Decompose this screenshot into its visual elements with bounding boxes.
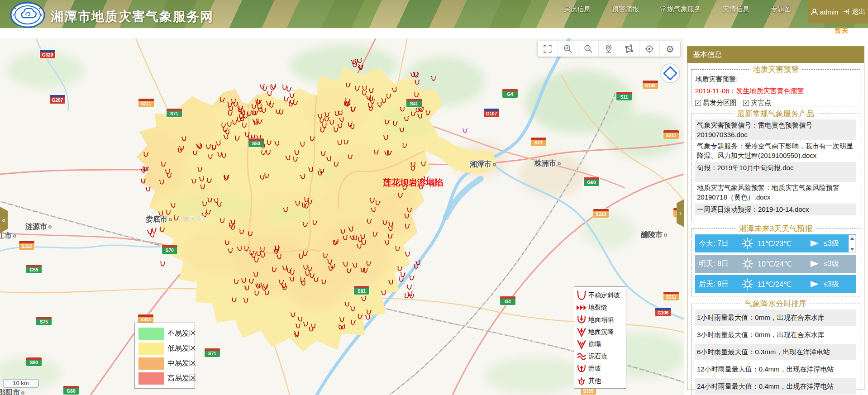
layer-checkboxes: 易发分区图 灾害点 (695, 99, 856, 107)
warning-alert[interactable]: 2019-11-06：发生地质灾害黄色预警 (695, 87, 856, 95)
forecast-row: 后天: 9日11℃/24℃≤3级 (695, 275, 856, 293)
other-icon (576, 376, 587, 386)
scrollbar[interactable] (849, 235, 856, 253)
sidebar-header: 基本信息 (687, 47, 864, 63)
risk-legend-label: 低易发区 (167, 344, 196, 353)
disaster-legend-label: 地裂缝 (588, 304, 607, 312)
scroll-down-icon[interactable] (850, 248, 854, 251)
sunny-icon (742, 238, 754, 249)
risk-legend-label: 中易发区 (167, 359, 196, 368)
road-sign: S211 (663, 292, 679, 300)
disaster-legend-row: 不稳定斜坡 (576, 289, 624, 301)
disaster-legend-label: 地面塌陷 (588, 316, 614, 324)
user-icon (811, 8, 818, 16)
unstable-slope-icon (576, 290, 587, 301)
disaster-legend-label: 其他 (588, 377, 601, 385)
risk-legend-label: 不易发区 (167, 329, 196, 338)
disaster-legend-label: 滑坡 (588, 365, 601, 373)
sunny-icon (742, 278, 754, 290)
debris-flow-icon (576, 351, 587, 362)
road-sign: S211 (663, 130, 679, 139)
disaster-legend-row: 地裂缝 (576, 301, 624, 314)
risk-color-swatch (138, 343, 164, 355)
product-link[interactable]: 地质灾害气象风险预警：地质灾害气象风险预警20190718（黄色）.docx (695, 182, 856, 204)
products-panel: 最新常规气象服务产品 气象灾害预警信号：雷电黄色预警信号2019070336.d… (691, 114, 860, 221)
road-sign: S311 (138, 99, 154, 107)
locate-icon[interactable] (639, 41, 660, 57)
city-dot (169, 218, 172, 221)
city-dot (558, 162, 561, 165)
forecast-day: 后天: 9日 (699, 280, 738, 289)
disaster-legend-label: 地面沉降 (588, 328, 614, 336)
site-logo (9, 2, 46, 28)
polygon-select-icon[interactable] (619, 41, 639, 57)
rain-rank-row: 12小时雨量最大值：0.4mm，出现在洋潭电站 (695, 361, 856, 377)
road-sign: G4 (500, 296, 515, 305)
collapse-icon (576, 339, 587, 350)
water-label: 水府庙水库 (177, 215, 205, 223)
road-sign: S50 (248, 138, 264, 147)
city-label: 江市 (0, 231, 16, 241)
risk-legend: 不易发区低易发区中易发区高易发区 (134, 323, 195, 389)
checkbox-risk-zone[interactable] (695, 100, 701, 106)
forecast-panel: 湘潭未来3天天气预报 今天: 7日11℃/23℃≤3级明天: 8日10℃/24℃… (691, 228, 860, 296)
map-canvas[interactable]: 莲花坝岩溶塌陷 ⚙ « › 不易发区低易发区中易发区高易发区 不稳定斜坡地裂缝地… (0, 38, 684, 395)
product-link[interactable]: 气象灾害预警信号：雷电黄色预警信号2019070336.doc (695, 119, 856, 140)
products-panel-title: 最新常规气象服务产品 (734, 109, 817, 119)
risk-color-swatch (138, 328, 164, 340)
warning-label: 地质灾害预警: (695, 75, 856, 84)
zoom-out-icon[interactable] (578, 41, 599, 57)
nav-item[interactable]: 实况信息 (563, 5, 591, 14)
city-dot (13, 234, 16, 238)
road-sign: G107 (484, 109, 499, 117)
rain-rank-row: 24小时雨量最大值：0.4mm，出现在洋潭电站 (695, 378, 856, 395)
nav-item[interactable]: 灾情信息 (722, 5, 749, 14)
product-link[interactable]: 旬报：2019年10月中旬旬报.doc (695, 162, 856, 182)
product-link[interactable]: 气象专题服务：受冷空气南下影响，我市有一次明显降温、风力加大过程(2019100… (695, 140, 856, 162)
road-sign: G55 (26, 265, 42, 273)
nav-item[interactable]: 预警预报 (612, 5, 639, 14)
logout-button[interactable]: 退出 (852, 8, 865, 16)
city-dot (21, 391, 24, 395)
forecast-wind: ≤3级 (824, 239, 839, 248)
app-root: 湘潭市地质灾害气象服务网 实况信息预警预报常规气象服务灾情信息专题图 admin… (0, 0, 868, 395)
forecast-row: 今天: 7日11℃/23℃≤3级 (695, 234, 856, 252)
disaster-legend-row: 崩塌 (576, 338, 624, 350)
logout-icon (843, 8, 850, 15)
disaster-legend-row: 泥石流 (576, 350, 624, 362)
ground-fissure-icon (576, 302, 587, 313)
checkbox-disaster-points[interactable] (743, 100, 749, 106)
wind-icon (810, 280, 820, 288)
road-sign: S11 (616, 92, 632, 100)
landslide-icon (576, 363, 587, 374)
forecast-wind: ≤3级 (824, 280, 839, 289)
road-sign: S80 (26, 357, 42, 366)
nav-item[interactable]: 专题图 (771, 5, 791, 14)
road-sign: S313 (593, 209, 609, 218)
risk-color-swatch (138, 357, 164, 370)
zoom-in-icon[interactable] (558, 41, 578, 57)
disaster-legend-row: 地面塌陷 (576, 314, 624, 326)
forecast-day: 明天: 8日 (699, 259, 738, 269)
disaster-legend-label: 不稳定斜坡 (588, 291, 620, 300)
user-box[interactable]: admin 退出 (808, 0, 868, 24)
risk-color-swatch (138, 372, 164, 385)
collapse-right-tab[interactable]: › (677, 199, 684, 227)
disaster-legend: 不稳定斜坡地裂缝地面塌陷地面沉降崩塌泥石流滑坡其他 (574, 286, 626, 389)
expand-icon[interactable] (538, 41, 558, 57)
nav-item[interactable]: 常规气象服务 (660, 5, 701, 14)
disaster-legend-label: 崩塌 (588, 340, 601, 348)
notice-text: 暂关 (835, 26, 868, 35)
city-label: 娄底市 (146, 215, 172, 224)
product-link[interactable]: 一周逐日滚动预报：2019-10-14.docx (695, 204, 856, 215)
city-dot (664, 233, 667, 237)
marker-icon[interactable] (599, 41, 619, 57)
scroll-up-icon[interactable] (850, 237, 854, 240)
settings-icon[interactable]: ⚙ (660, 41, 680, 57)
page-title: 湘潭市地质灾害气象服务网 (51, 8, 214, 25)
collapse-left-tab[interactable]: « (0, 207, 8, 233)
wind-icon (810, 239, 820, 247)
risk-legend-row: 中易发区 (138, 356, 191, 371)
username: admin (820, 8, 839, 16)
pan-control[interactable] (660, 63, 681, 84)
